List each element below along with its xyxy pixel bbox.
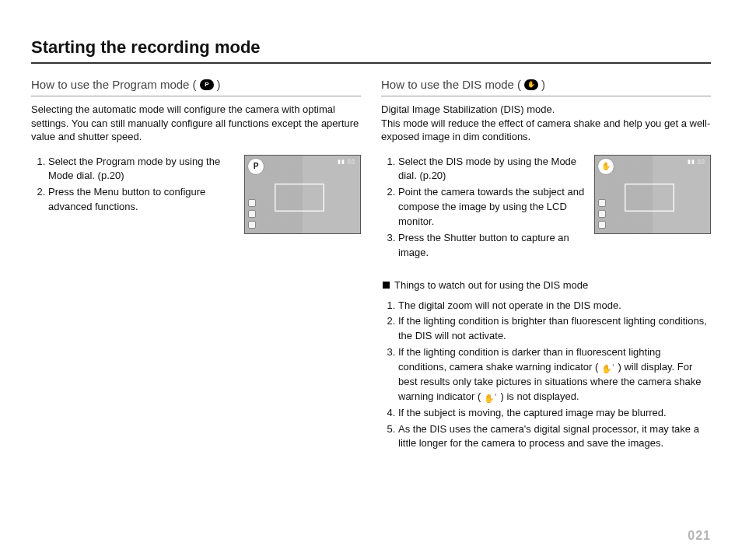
dis-mode-icon: ✋ [524,79,538,90]
content-columns: How to use the Program mode ( P ) Select… [31,78,711,453]
program-heading-pre: How to use the Program mode ( [31,78,197,91]
dis-notes-list: The digital zoom will not operate in the… [381,299,711,452]
square-bullet-icon [383,282,390,289]
program-lcd-preview: P ▮▮ ▯▯ [244,155,361,234]
note3-part-c: ) is not displayed. [500,390,579,402]
program-intro-text: Selecting the automatic mode will config… [31,103,361,144]
list-item: The digital zoom will not operate in the… [398,299,711,313]
right-column: How to use the DIS mode ( ✋ ) Digital Im… [381,78,711,453]
page-number: 021 [688,529,711,543]
dis-notes-heading: Things to watch out for using the DIS mo… [383,279,711,291]
lcd-side-icons [598,199,606,229]
left-column: How to use the Program mode ( P ) Select… [31,78,361,453]
list-item: If the subject is moving, the captured i… [398,406,711,421]
dis-mode-heading: How to use the DIS mode ( ✋ ) [381,78,711,96]
page-title: Starting the recording mode [31,37,711,64]
camera-shake-icon: ✋ⸯ [601,364,615,375]
lcd-status-icons: ▮▮ ▯▯ [338,159,355,165]
program-mode-icon: P [200,79,214,90]
camera-shake-icon: ✋ⸯ [484,394,498,404]
list-item: Press the Shutter button to capture an i… [398,231,586,261]
lcd-side-icons [248,199,256,229]
list-item: If the lighting condition is darker than… [398,345,711,404]
program-mode-heading: How to use the Program mode ( P ) [31,78,361,96]
dis-heading-pre: How to use the DIS mode ( [381,78,521,91]
program-heading-post: ) [217,78,221,91]
list-item: As the DIS uses the camera's digital sig… [398,422,711,452]
program-steps-block: Select the Program mode by using the Mod… [31,155,361,234]
list-item: Point the camera towards the subject and… [398,185,586,229]
list-item: Press the Menu button to configure advan… [48,185,236,215]
dis-steps-block: Select the DIS mode by using the Mode di… [381,155,711,262]
manual-page: Starting the recording mode How to use t… [0,0,742,560]
lcd-mode-badge: P [247,158,264,175]
dis-steps-list: Select the DIS mode by using the Mode di… [381,155,586,262]
list-item: Select the Program mode by using the Mod… [48,155,236,184]
list-item: Select the DIS mode by using the Mode di… [398,155,586,184]
dis-lcd-preview: ✋ ▮▮ ▯▯ [594,155,711,234]
lcd-status-icons: ▮▮ ▯▯ [688,159,705,165]
list-item: If the lighting condition is brighter th… [398,314,711,344]
dis-notes-heading-text: Things to watch out for using the DIS mo… [394,279,588,291]
dis-heading-post: ) [541,78,545,91]
dis-intro-text: Digital Image Stabilization (DIS) mode. … [381,103,711,144]
lcd-mode-badge: ✋ [597,158,614,175]
program-steps-list: Select the Program mode by using the Mod… [31,155,236,216]
